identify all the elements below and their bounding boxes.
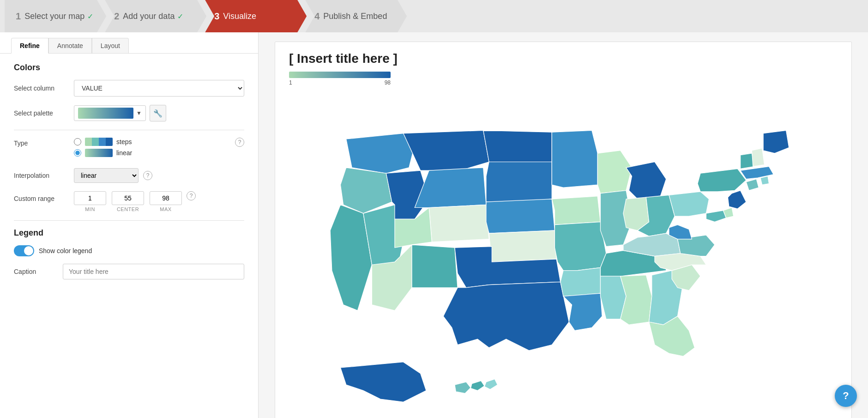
state-me[interactable]	[763, 130, 789, 153]
range-min-input[interactable]	[74, 191, 106, 205]
state-mo[interactable]	[555, 222, 606, 270]
state-sd[interactable]	[486, 162, 552, 202]
range-min-group: MIN	[74, 191, 106, 212]
state-hi-2[interactable]	[471, 381, 485, 390]
state-ks[interactable]	[489, 230, 556, 262]
caption-input[interactable]	[63, 264, 244, 279]
type-steps-radio[interactable]	[74, 138, 81, 145]
main-layout: Refine Annotate Layout Colors Select col…	[0, 32, 868, 418]
state-mn[interactable]	[552, 130, 597, 188]
palette-settings-button[interactable]: 🔧	[150, 105, 166, 121]
state-wi[interactable]	[597, 151, 632, 194]
colors-section-title: Colors	[14, 63, 244, 73]
state-ar[interactable]	[561, 267, 601, 296]
state-hi-3[interactable]	[484, 379, 497, 389]
tab-annotate[interactable]: Annotate	[48, 38, 92, 53]
legend-min-label: 1	[289, 79, 292, 86]
state-nd[interactable]	[483, 130, 552, 162]
legend-max-label: 98	[385, 79, 391, 86]
palette-selector-button[interactable]: ▼	[74, 105, 146, 121]
legend-bar: 1 98	[289, 72, 838, 86]
type-label: Type	[14, 138, 74, 147]
show-legend-label: Show color legend	[39, 247, 92, 254]
range-inputs: MIN CENTER MAX	[74, 191, 182, 212]
select-column-dropdown[interactable]: VALUE	[74, 80, 244, 97]
left-panel: Refine Annotate Layout Colors Select col…	[0, 32, 259, 418]
state-tx[interactable]	[443, 282, 569, 351]
tab-layout[interactable]: Layout	[92, 38, 129, 53]
state-ia[interactable]	[552, 196, 600, 225]
state-wv[interactable]	[669, 225, 692, 239]
step-1-check-icon: ✓	[87, 12, 93, 21]
right-panel: [ Insert title here ] 1 98	[259, 32, 868, 418]
wizard-step-3[interactable]: 3 Visualize	[205, 0, 307, 32]
state-wy[interactable]	[415, 168, 486, 208]
help-icon: ?	[843, 390, 849, 402]
legend-section: Legend Show color legend Caption	[14, 228, 244, 279]
panel-content: Colors Select column VALUE Select palett…	[0, 54, 258, 289]
state-al[interactable]	[621, 275, 652, 325]
wizard-step-4[interactable]: 4 Publish & Embed	[305, 0, 407, 32]
range-max-input[interactable]	[150, 191, 182, 205]
select-column-label: Select column	[14, 85, 74, 92]
state-or[interactable]	[340, 168, 392, 213]
map-svg-container	[289, 93, 838, 418]
steps-gradient-preview	[85, 138, 113, 146]
select-column-control: VALUE	[74, 80, 244, 97]
wizard-bar: 1 Select your map ✓ 2 Add your data ✓ 3 …	[0, 0, 868, 32]
state-nm[interactable]	[412, 245, 458, 288]
custom-range-label: Custom range	[14, 191, 74, 202]
state-mt[interactable]	[404, 130, 489, 170]
range-max-label: MAX	[160, 206, 171, 212]
step-3-num: 3	[214, 11, 219, 22]
state-la[interactable]	[563, 293, 602, 330]
interpolation-row: Interpolation linear quantile jenks ?	[14, 168, 244, 183]
range-help-icon[interactable]: ?	[187, 191, 196, 200]
step-1-num: 1	[16, 11, 21, 22]
state-nh[interactable]	[752, 148, 764, 167]
state-hi-1[interactable]	[455, 382, 471, 394]
type-steps-option: steps	[74, 138, 232, 146]
state-nj[interactable]	[728, 190, 746, 209]
tabs: Refine Annotate Layout	[0, 32, 258, 54]
palette-arrow-icon: ▼	[136, 110, 142, 116]
state-wa[interactable]	[346, 133, 415, 174]
wizard-step-1[interactable]: 1 Select your map ✓	[5, 0, 106, 32]
state-co[interactable]	[429, 205, 489, 242]
interpolation-help-icon[interactable]: ?	[143, 171, 152, 180]
wrench-icon: 🔧	[153, 109, 163, 118]
range-center-input[interactable]	[112, 191, 144, 205]
select-palette-label: Select palette	[14, 109, 74, 117]
help-button[interactable]: ?	[835, 385, 857, 407]
interpolation-label: Interpolation	[14, 172, 74, 179]
type-linear-radio[interactable]	[74, 149, 81, 157]
type-help-icon[interactable]: ?	[235, 138, 244, 147]
caption-row: Caption	[14, 264, 244, 279]
custom-range-row: Custom range MIN CENTER MAX ?	[14, 191, 244, 212]
map-title: [ Insert title here ]	[289, 51, 838, 66]
type-steps-label: steps	[116, 138, 132, 145]
state-ri[interactable]	[760, 176, 769, 185]
palette-gradient-preview	[78, 108, 133, 119]
show-legend-row: Show color legend	[14, 245, 244, 256]
tab-refine[interactable]: Refine	[11, 38, 48, 54]
state-mi[interactable]	[626, 162, 666, 199]
type-section: Type steps linear ?	[14, 138, 244, 160]
wizard-step-2[interactable]: 2 Add your data ✓	[105, 0, 206, 32]
range-center-label: CENTER	[117, 206, 139, 212]
interpolation-dropdown[interactable]: linear quantile jenks	[74, 168, 139, 183]
state-md[interactable]	[706, 211, 726, 222]
state-ne[interactable]	[486, 199, 555, 233]
state-pa[interactable]	[669, 192, 709, 216]
state-ma[interactable]	[741, 166, 774, 179]
state-ak[interactable]	[340, 362, 426, 402]
range-max-group: MAX	[150, 191, 182, 212]
divider-1	[14, 130, 244, 130]
range-center-group: CENTER	[112, 191, 144, 212]
state-ct[interactable]	[746, 179, 759, 191]
state-ny[interactable]	[698, 169, 746, 192]
type-linear-label: linear	[116, 149, 132, 157]
step-1-label: Select your map	[24, 12, 84, 21]
show-legend-toggle[interactable]	[14, 245, 34, 256]
caption-label: Caption	[14, 268, 55, 275]
